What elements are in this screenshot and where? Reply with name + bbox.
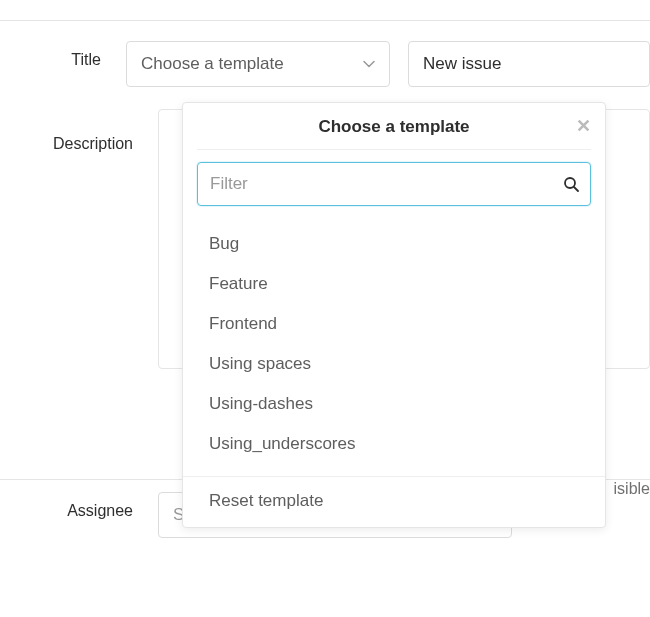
filter-input[interactable] <box>197 162 591 206</box>
close-icon[interactable]: ✕ <box>576 117 591 135</box>
template-option[interactable]: Using spaces <box>183 344 605 384</box>
template-option[interactable]: Feature <box>183 264 605 304</box>
issue-title-input[interactable] <box>408 41 650 87</box>
visibility-note-fragment: isible <box>614 480 650 498</box>
filter-wrap <box>197 162 591 206</box>
template-list: Bug Feature Frontend Using spaces Using-… <box>183 218 605 470</box>
template-dropdown-panel: Choose a template ✕ Bug Feature Frontend… <box>182 102 606 528</box>
dropdown-header-divider <box>197 149 591 150</box>
description-label: Description <box>0 87 158 153</box>
dropdown-title: Choose a template <box>318 117 469 136</box>
reset-template[interactable]: Reset template <box>183 477 605 521</box>
template-option[interactable]: Using-dashes <box>183 384 605 424</box>
dropdown-header: Choose a template ✕ <box>183 103 605 149</box>
svg-line-1 <box>574 187 578 191</box>
template-dropdown-button[interactable]: Choose a template <box>126 41 390 87</box>
title-label: Title <box>0 21 126 69</box>
template-option[interactable]: Bug <box>183 224 605 264</box>
template-option[interactable]: Using_underscores <box>183 424 605 464</box>
title-controls: Choose a template <box>126 21 650 87</box>
template-dropdown-label: Choose a template <box>141 54 284 74</box>
template-option[interactable]: Frontend <box>183 304 605 344</box>
search-icon <box>563 176 579 192</box>
chevron-down-icon <box>363 58 375 70</box>
assignee-label: Assignee <box>0 480 158 520</box>
title-row: Title Choose a template <box>0 21 650 87</box>
